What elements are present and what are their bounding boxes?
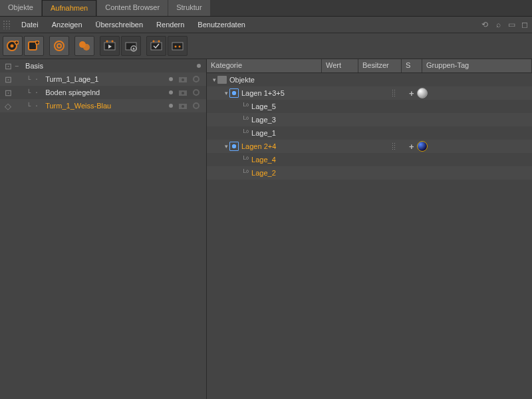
camera-icon[interactable] [178, 101, 188, 110]
take-icon [229, 142, 239, 151]
svg-point-23 [194, 76, 199, 82]
visibility-icon[interactable]: ⊡ [3, 61, 13, 71]
tab-bar: ObjekteAufnahmenContent BrowserStruktur [0, 0, 532, 17]
override-row[interactable]: ▾Objekte [207, 73, 532, 86]
row-label: Objekte [229, 76, 255, 84]
menu-überschreiben[interactable]: Überschreiben [89, 18, 150, 31]
render-marked-button[interactable] [146, 36, 166, 56]
take-row[interactable]: ⊡ └ · Turm_1_Lage_1 [0, 72, 206, 86]
twisty-icon[interactable]: ▾ [223, 90, 229, 96]
visibility-icon[interactable]: ⊡ [3, 87, 13, 98]
col-s[interactable]: S [402, 59, 422, 72]
material-sphere-icon[interactable] [417, 141, 428, 152]
take-label: Boden spiegelnd [43, 88, 102, 96]
menu-rendern[interactable]: Rendern [150, 18, 191, 31]
grip-icon [3, 20, 11, 29]
row-label: Lage_3 [251, 116, 276, 124]
material-sphere-icon[interactable] [417, 88, 428, 98]
render-take-button[interactable] [100, 36, 120, 56]
svg-point-11 [112, 41, 114, 43]
take-label: Turm_1_Lage_1 [43, 75, 101, 83]
takes-tree: ⊡− Basis⊡ └ · Turm_1_Lage_1⊡ └ · Boden s… [0, 59, 206, 399]
table-header: Kategorie Wert Besitzer S Gruppen-Tag [207, 59, 532, 73]
tab-objekte[interactable]: Objekte [0, 0, 41, 16]
layer-icon: └⁰ [241, 129, 249, 136]
twisty-icon[interactable]: ▾ [211, 76, 217, 83]
svg-point-17 [158, 41, 160, 43]
col-wert[interactable]: Wert [322, 59, 358, 72]
svg-point-28 [182, 105, 184, 108]
toolbar [0, 33, 532, 59]
gear-icon[interactable] [192, 101, 201, 110]
maximize-icon[interactable]: ◻ [520, 20, 529, 29]
minimize-icon[interactable]: ▭ [507, 20, 516, 29]
col-kategorie[interactable]: Kategorie [207, 59, 322, 72]
take-dot-icon [169, 90, 173, 94]
svg-point-14 [133, 48, 135, 50]
new-take-button[interactable] [3, 36, 23, 56]
add-tag-icon[interactable]: + [409, 88, 414, 98]
take-dot-icon [169, 104, 173, 108]
svg-point-19 [175, 46, 177, 48]
svg-point-10 [106, 41, 108, 43]
overrides-table: Kategorie Wert Besitzer S Gruppen-Tag ▾O… [206, 59, 532, 399]
take-dot-icon [197, 64, 201, 68]
visibility-icon[interactable]: ◇ [3, 100, 13, 111]
svg-point-22 [182, 78, 184, 81]
col-besitzer[interactable]: Besitzer [358, 59, 402, 72]
take-row[interactable]: ◇ └ · Turm_1_Weiss-Blau [0, 99, 206, 112]
row-label: Lage_1 [251, 129, 276, 137]
col-gruppen-tag[interactable]: Gruppen-Tag [422, 59, 532, 72]
layer-icon: └⁰ [241, 156, 249, 163]
new-child-take-button[interactable] [24, 36, 44, 56]
row-label: Lagen 1+3+5 [241, 89, 285, 97]
override-row[interactable]: └⁰Lage_2 [207, 166, 532, 180]
svg-point-5 [55, 41, 64, 51]
selector-drag-icon[interactable] [392, 89, 396, 97]
take-row[interactable]: ⊡ └ · Boden spiegelnd [0, 86, 206, 99]
override-row[interactable]: ▾Lagen 2+4+ [207, 140, 532, 153]
tab-content-browser[interactable]: Content Browser [97, 0, 168, 16]
tab-struktur[interactable]: Struktur [168, 0, 210, 16]
override-button[interactable] [74, 36, 94, 56]
auto-take-button[interactable] [49, 36, 69, 56]
override-row[interactable]: └⁰Lage_3 [207, 113, 532, 126]
override-row[interactable]: ▾Lagen 1+3+5+ [207, 86, 532, 100]
take-dot-icon [169, 77, 173, 81]
svg-point-1 [11, 45, 14, 48]
gear-icon[interactable] [192, 74, 201, 84]
search-icon[interactable]: ⌕ [493, 20, 503, 29]
svg-point-25 [182, 92, 184, 94]
twisty-icon[interactable]: ▾ [223, 143, 229, 150]
selector-drag-icon[interactable] [392, 142, 396, 150]
svg-rect-18 [172, 43, 183, 50]
take-icon [229, 88, 239, 98]
layer-icon: └⁰ [241, 116, 249, 123]
render-settings-take-button[interactable] [121, 36, 141, 56]
menu-benutzerdaten[interactable]: Benutzerdaten [191, 18, 252, 31]
svg-point-16 [153, 41, 155, 43]
menu-anzeigen[interactable]: Anzeigen [45, 18, 89, 31]
menu-bar: DateiAnzeigenÜberschreibenRendernBenutze… [0, 17, 532, 33]
layer-icon: └⁰ [241, 102, 249, 110]
menu-datei[interactable]: Datei [15, 18, 45, 31]
row-label: Lagen 2+4 [241, 142, 276, 150]
override-row[interactable]: └⁰Lage_4 [207, 153, 532, 166]
camera-icon[interactable] [178, 74, 188, 84]
svg-rect-15 [151, 43, 162, 50]
visibility-icon[interactable]: ⊡ [3, 74, 13, 84]
folder-icon [217, 76, 227, 84]
take-row[interactable]: ⊡− Basis [0, 59, 206, 72]
camera-icon[interactable] [178, 88, 188, 97]
take-label: Basis [23, 62, 46, 70]
tab-aufnahmen[interactable]: Aufnahmen [42, 0, 96, 16]
override-row[interactable]: └⁰Lage_5 [207, 100, 532, 113]
svg-point-20 [179, 46, 181, 48]
override-row[interactable]: └⁰Lage_1 [207, 126, 532, 140]
link-icon[interactable]: ⟲ [480, 20, 489, 29]
render-all-takes-button[interactable] [168, 36, 188, 56]
add-tag-icon[interactable]: + [409, 142, 414, 152]
svg-point-26 [194, 90, 199, 95]
gear-icon[interactable] [192, 88, 201, 97]
row-label: Lage_2 [251, 169, 276, 177]
